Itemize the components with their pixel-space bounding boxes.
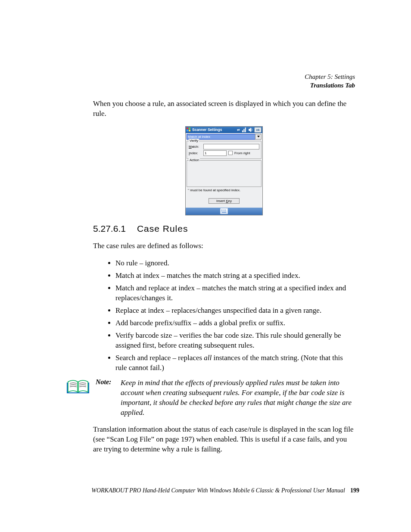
page-number: 199: [350, 487, 359, 494]
verify-legend: Verify: [189, 139, 199, 143]
signal-icon[interactable]: [242, 128, 247, 132]
verify-panel: Verify Match: Index: 1 From right: [187, 141, 262, 159]
chevron-down-icon[interactable]: [255, 134, 262, 140]
volume-icon[interactable]: [248, 128, 253, 132]
match-input[interactable]: [203, 144, 259, 149]
match-label: Match:: [189, 145, 202, 149]
closing-paragraph: Translation information about the status…: [93, 425, 355, 454]
svg-rect-2: [245, 128, 246, 132]
insert-key-button[interactable]: Insert Key: [209, 198, 240, 204]
rules-list: No rule – ignored. Match at index – matc…: [106, 258, 355, 373]
from-right-checkbox[interactable]: [228, 151, 233, 155]
svg-rect-1: [243, 129, 244, 132]
window-title: Scanner Settings: [192, 128, 235, 132]
list-item: Verify barcode size – verifies the bar c…: [115, 331, 355, 351]
list-item: Replace at index – replaces/changes unsp…: [115, 306, 355, 316]
svg-marker-3: [249, 128, 251, 132]
windows-flag-icon: [187, 128, 191, 132]
section-title: Case Rules: [137, 224, 188, 233]
action-panel: Action: [187, 160, 262, 187]
section-heading: 5.27.6.1Case Rules: [93, 224, 355, 234]
from-right-label: From right: [234, 151, 250, 155]
embedded-screenshot: Scanner Settings ⇄ ok Match at index Ver…: [93, 126, 355, 216]
section-number: 5.27.6.1: [93, 224, 126, 233]
action-legend: Action: [189, 158, 200, 162]
footer-text: WORKABOUT PRO Hand-Held Computer With Wi…: [91, 487, 345, 494]
list-item: Match and replace at index – matches the…: [115, 283, 355, 303]
list-intro: The case rules are defined as follows:: [93, 241, 355, 251]
index-label: Index:: [189, 151, 202, 155]
hint-text: '' must be found at specified index.: [188, 188, 260, 192]
intro-paragraph: When you choose a rule, an associated sc…: [93, 99, 355, 119]
ok-button[interactable]: ok: [254, 127, 262, 133]
svg-rect-0: [242, 130, 243, 132]
sip-toolbar: [186, 208, 262, 215]
list-item: No rule – ignored.: [115, 258, 355, 268]
note-body: Keep in mind that the effects of previou…: [121, 378, 355, 418]
index-input[interactable]: 1: [203, 150, 227, 156]
svg-marker-4: [257, 136, 260, 137]
list-item: Match at index – matches the match strin…: [115, 271, 355, 281]
note-label: Note:: [96, 378, 121, 418]
sync-icon[interactable]: ⇄: [236, 128, 241, 132]
list-item: Add barcode prefix/suffix – adds a globa…: [115, 318, 355, 328]
note-block: Note: Keep in mind that the effects of p…: [66, 378, 355, 418]
keyboard-icon[interactable]: [220, 208, 228, 214]
page-footer: WORKABOUT PRO Hand-Held Computer With Wi…: [65, 487, 359, 494]
window-titlebar: Scanner Settings ⇄ ok: [186, 127, 262, 133]
list-item: Search and replace – replaces all instan…: [115, 353, 355, 373]
book-icon: [66, 378, 90, 395]
